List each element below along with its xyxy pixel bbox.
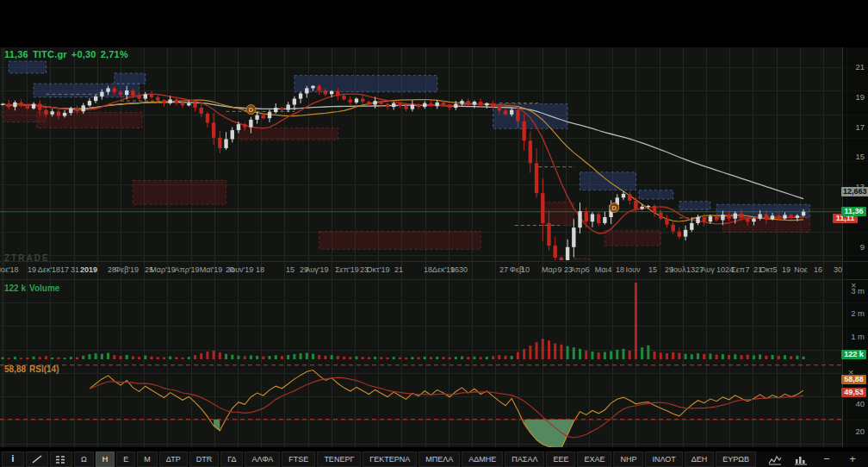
tab-ΑΔΜΗΕ[interactable]: ΑΔΜΗΕ [462,451,503,467]
volume-bar [449,358,451,359]
volume-bar [262,357,264,359]
volume-bar [14,357,16,359]
tab-ΕΧΑΕ[interactable]: ΕΧΑΕ [577,451,611,467]
date-tick-label: Δεκ'18 [38,265,60,274]
line-chart-view-button[interactable] [764,451,786,467]
volume-bar [685,354,687,359]
tab-FTSE[interactable]: FTSE [282,451,315,467]
candle [634,201,637,209]
tab-Η[interactable]: Η [96,451,115,467]
toolbar-right-group: − + [764,451,868,467]
candle [355,99,358,103]
candle [162,100,165,103]
tab-ΕΥΡΩΒ[interactable]: ΕΥΡΩΒ [716,451,756,467]
candle [181,103,184,105]
candle [684,230,687,237]
candle [330,91,333,94]
tab-ΜΠΕΛΑ[interactable]: ΜΠΕΛΑ [418,451,460,467]
volume-bar [318,355,320,359]
volume-bar [616,350,618,359]
tab-ΓΔ[interactable]: ΓΔ [220,451,243,467]
supply-zone [34,84,140,97]
candle [622,194,625,197]
candle [535,163,538,193]
candle [100,92,103,97]
candle [361,99,364,102]
candle [324,90,327,94]
tab-Μ[interactable]: Μ [137,451,158,467]
volume-bar [393,357,395,359]
tab-ΔΕΗ[interactable]: ΔΕΗ [685,451,715,467]
tab-ΤΕΝΕΡΓ[interactable]: ΤΕΝΕΡΓ [317,451,361,467]
candle [541,193,544,223]
tab-ΑΛΦΑ[interactable]: ΑΛΦΑ [245,451,280,467]
date-tick-label: 30 [834,265,842,274]
tab-ΕΕΕ[interactable]: ΕΕΕ [546,451,575,467]
date-tick-label: Μαρ'19 [150,265,176,274]
candle [32,104,35,109]
platform-watermark: ZTRADE [4,253,50,263]
tab-ΙΝΛΟΤ[interactable]: ΙΝΛΟΤ [645,451,682,467]
zoom-in-button[interactable]: + [841,451,864,467]
volume-bar [486,357,488,359]
volume-bar [672,352,674,359]
candle [69,109,72,113]
info-button[interactable]: i [2,451,24,467]
draw-tool-button[interactable] [26,451,48,467]
volume-indicator-name: Volume [29,283,59,293]
volume-bar [796,356,798,359]
candle [765,215,768,220]
candle [572,227,575,247]
candle [727,215,730,218]
volume-bar [492,356,494,359]
candle [193,103,196,108]
price-tick-label: 19 [841,92,865,102]
svg-text:D: D [611,204,617,212]
date-tick-label: 10 [716,265,725,274]
volume-bar [163,358,165,359]
tab-Ε[interactable]: Ε [116,451,135,467]
volume-bar [709,353,711,359]
tab-ΝΗΡ[interactable]: ΝΗΡ [613,451,643,467]
supply-zone [9,61,46,73]
price-axis-badge: 11,36 [841,207,866,216]
volume-bar [747,355,749,359]
candle [243,124,246,127]
candle [19,103,22,105]
line-chart-icon [768,454,782,465]
zoom-out-button[interactable]: − [815,451,838,467]
demand-zone [542,202,574,226]
volume-tick-label: 2 m [841,308,865,318]
volume-bar [387,358,389,359]
tab-ΓΕΚΤΕΡΝΑ[interactable]: ΓΕΚΤΕΡΝΑ [363,451,417,467]
volume-bar [691,354,693,359]
tab-DTR[interactable]: DTR [189,451,220,467]
date-tick-label: 31 [71,265,79,274]
candle [404,106,407,109]
candle [547,223,550,246]
volume-bar [430,357,432,359]
volume-bar [803,357,805,359]
volume-bar [380,357,382,359]
volume-bar [250,355,252,359]
tab-ΠΑΣΑΛ[interactable]: ΠΑΣΑΛ [505,451,544,467]
candle [678,232,681,237]
candle [299,93,302,98]
volume-bar [300,353,302,359]
tab-ΔΤΡ[interactable]: ΔΤΡ [159,451,188,467]
volume-bar [269,356,271,359]
date-tick-label: 21 [394,265,403,274]
volume-bar [182,358,184,359]
candle [411,105,414,109]
volume-bar [70,357,72,359]
date-tick-label: Αυγ'19 [305,265,328,274]
candle [436,103,439,106]
bar-chart-view-button[interactable] [790,451,812,467]
indicators-button[interactable] [50,451,72,467]
volume-bar [784,355,786,359]
volume-bar [560,345,562,359]
volume-bar [740,355,742,359]
date-tick-label: Αυγ [701,265,714,274]
volume-bar [200,353,202,359]
tab-Ω[interactable]: Ω [74,451,94,467]
